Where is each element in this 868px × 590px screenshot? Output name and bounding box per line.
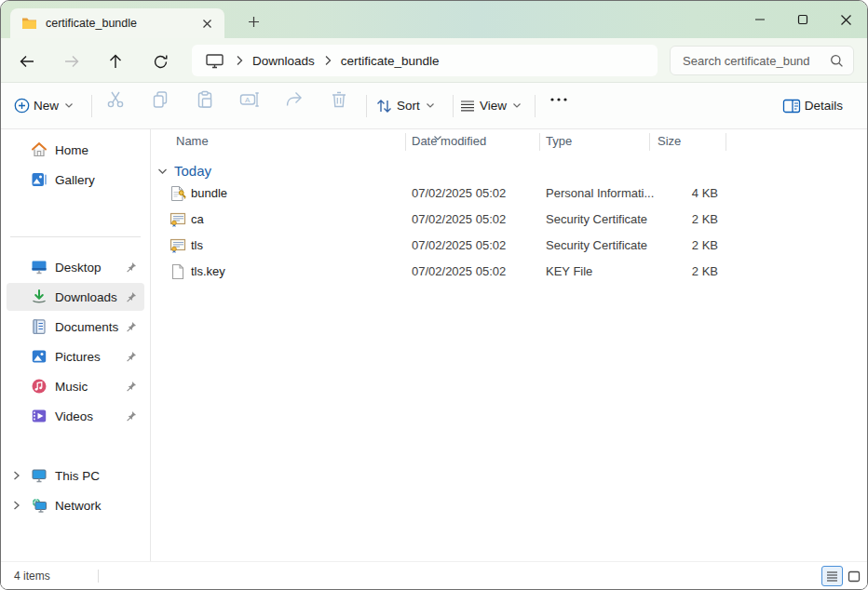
file-size: 2 KB <box>644 264 718 278</box>
delete-button[interactable] <box>318 83 360 116</box>
sidebar-item-network[interactable]: Network <box>7 492 144 518</box>
column-resize-handle[interactable] <box>649 133 650 151</box>
view-button[interactable]: View <box>459 83 522 128</box>
search-input[interactable]: Search certificate_bund <box>670 46 854 75</box>
minimize-button[interactable] <box>739 1 781 38</box>
refresh-icon <box>153 54 169 70</box>
file-date-modified: 07/02/2025 05:02 <box>412 212 506 226</box>
list-view-icon <box>826 570 838 582</box>
sidebar-item-label: Videos <box>55 409 93 423</box>
column-resize-handle[interactable] <box>539 133 540 151</box>
sidebar-item-pictures[interactable]: Pictures <box>7 343 144 369</box>
sidebar-item-desktop[interactable]: Desktop <box>7 254 144 280</box>
up-button[interactable] <box>105 51 126 72</box>
group-collapse-chevron-icon[interactable] <box>157 162 168 179</box>
back-button[interactable] <box>17 51 37 72</box>
pin-icon <box>125 410 137 422</box>
more-options-button[interactable] <box>537 83 580 116</box>
file-name: tls <box>191 238 203 252</box>
sidebar-item-videos[interactable]: Videos <box>7 403 144 429</box>
cut-button[interactable] <box>94 83 137 116</box>
network-icon <box>31 497 47 514</box>
file-type: KEY File <box>546 264 592 278</box>
breadcrumb-item-downloads[interactable]: Downloads <box>252 54 315 68</box>
plus-icon <box>248 16 260 28</box>
cut-icon <box>106 90 125 109</box>
details-pane-button[interactable]: Details <box>782 83 847 128</box>
sidebar-item-label: Gallery <box>55 173 95 187</box>
new-button[interactable]: New <box>14 83 74 128</box>
this-pc-monitor-icon <box>31 467 47 484</box>
more-options-icon <box>549 97 568 102</box>
column-resize-handle[interactable] <box>726 133 726 151</box>
thumbnail-view-toggle[interactable] <box>843 566 864 586</box>
file-name: bundle <box>191 186 227 200</box>
column-resize-handle[interactable] <box>405 133 406 151</box>
view-icon <box>459 99 476 114</box>
sidebar-item-documents[interactable]: Documents <box>7 314 144 340</box>
sidebar-item-this-pc[interactable]: This PC <box>7 463 144 489</box>
maximize-button[interactable] <box>781 1 824 38</box>
sidebar-item-gallery[interactable]: Gallery <box>7 167 144 193</box>
music-icon <box>31 378 47 395</box>
file-name: ca <box>191 212 204 226</box>
documents-icon <box>31 318 47 335</box>
file-list: Name Date modified Type Size Today bundl… <box>151 129 868 563</box>
back-icon <box>19 54 35 69</box>
column-header-type[interactable]: Type <box>546 134 572 148</box>
sidebar-item-music[interactable]: Music <box>7 373 144 399</box>
sidebar-item-downloads[interactable]: Downloads <box>7 283 144 311</box>
new-plus-icon <box>14 98 30 114</box>
svg-text:A: A <box>245 96 251 104</box>
file-row-tls[interactable]: tls 07/02/2025 05:02 Security Certificat… <box>151 233 868 259</box>
share-button[interactable] <box>273 83 316 116</box>
sidebar-item-label: This PC <box>55 469 100 483</box>
file-size: 4 KB <box>644 186 718 200</box>
column-header-size[interactable]: Size <box>658 134 681 148</box>
file-size: 2 KB <box>644 212 718 226</box>
file-explorer-window: certificate_bundle <box>0 0 868 590</box>
chevron-right-icon <box>324 55 332 66</box>
rename-button[interactable]: A <box>228 83 271 116</box>
copy-button[interactable] <box>139 83 182 116</box>
refresh-button[interactable] <box>150 51 170 72</box>
file-date-modified: 07/02/2025 05:02 <box>412 238 506 252</box>
sort-icon <box>375 98 393 114</box>
search-icon[interactable] <box>830 54 844 68</box>
copy-icon <box>151 90 170 109</box>
items-count: 4 items <box>14 570 50 583</box>
column-header-date-modified[interactable]: Date modified <box>412 134 486 148</box>
expand-chevron-icon[interactable] <box>12 470 23 481</box>
close-button[interactable] <box>824 1 867 38</box>
details-view-toggle[interactable] <box>821 566 843 586</box>
column-header-name[interactable]: Name <box>176 134 209 148</box>
expand-chevron-icon[interactable] <box>12 500 23 511</box>
file-row-ca[interactable]: ca 07/02/2025 05:02 Security Certificate… <box>151 207 868 233</box>
share-icon <box>285 90 304 109</box>
navigation-pane: Home Gallery Desktop Downloads <box>1 129 150 561</box>
up-icon <box>108 53 123 70</box>
sidebar-divider <box>10 236 141 237</box>
chevron-right-icon <box>236 55 243 66</box>
new-tab-button[interactable] <box>241 12 265 31</box>
column-headers: Name Date modified Type Size <box>151 129 868 154</box>
forward-button[interactable] <box>61 51 82 72</box>
tab-close-icon[interactable] <box>198 15 215 32</box>
paste-button[interactable] <box>183 83 226 116</box>
security-certificate-icon <box>170 237 186 254</box>
file-name: tls.key <box>191 264 225 278</box>
sidebar-item-home[interactable]: Home <box>7 137 144 163</box>
sort-button[interactable]: Sort <box>375 83 435 128</box>
new-button-label: New <box>34 99 59 113</box>
breadcrumb[interactable]: Downloads certificate_bundle <box>192 45 658 76</box>
pictures-icon <box>31 348 47 365</box>
desktop-icon <box>31 259 47 275</box>
file-row-tls-key[interactable]: tls.key 07/02/2025 05:02 KEY File 2 KB <box>151 259 868 285</box>
chevron-down-icon <box>512 102 522 109</box>
security-certificate-icon <box>170 211 186 228</box>
explorer-tab[interactable]: certificate_bundle <box>10 8 224 38</box>
file-row-bundle[interactable]: bundle 07/02/2025 05:02 Personal Informa… <box>151 181 868 207</box>
thumbnail-view-icon <box>848 570 861 583</box>
breadcrumb-item-current-folder[interactable]: certificate_bundle <box>341 54 440 68</box>
minimize-icon <box>754 14 766 25</box>
